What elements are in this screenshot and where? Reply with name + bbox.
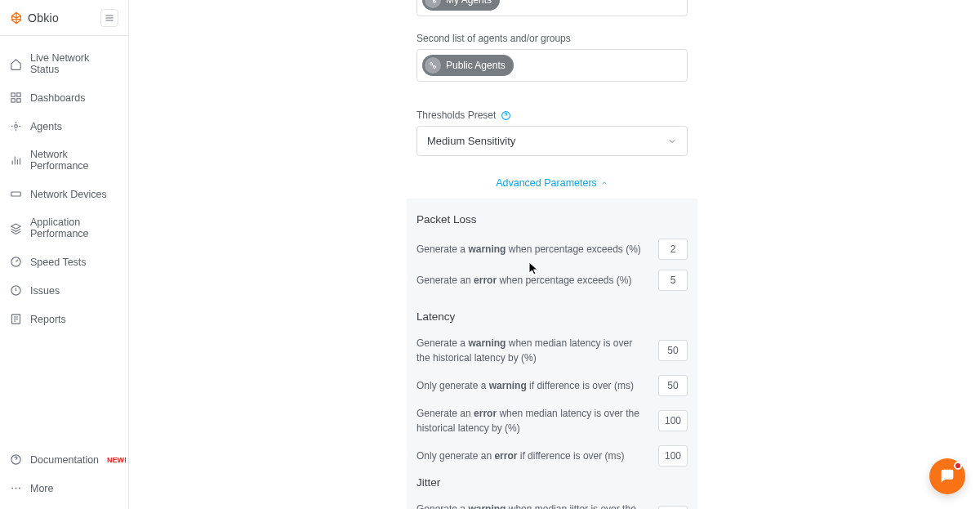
- advanced-parameters-toggle[interactable]: Advanced Parameters: [407, 164, 697, 199]
- nav-network-devices[interactable]: Network Devices: [0, 180, 128, 208]
- nav-label: Documentation: [30, 454, 99, 466]
- param-label: Generate a warning when percentage excee…: [416, 242, 648, 257]
- agent-group-chip[interactable]: Public Agents: [422, 55, 514, 76]
- nav-dashboards[interactable]: Dashboards: [0, 83, 128, 112]
- help-icon[interactable]: [501, 110, 511, 121]
- chevron-down-icon: [667, 136, 677, 146]
- advanced-parameters-section: Packet Loss Generate a warning when perc…: [407, 199, 697, 509]
- second-agents-field: Second list of agents and/or groups Publ…: [407, 25, 697, 90]
- svg-point-10: [11, 488, 13, 489]
- packet-loss-error-input[interactable]: [658, 270, 688, 291]
- svg-rect-0: [11, 93, 15, 96]
- nav-speed-tests[interactable]: Speed Tests: [0, 248, 128, 276]
- latency-error-diff-row: Only generate an error if difference is …: [416, 440, 688, 471]
- field-label: Second list of agents and/or groups: [416, 33, 688, 44]
- sidebar-collapse-button[interactable]: [100, 9, 118, 27]
- nav-documentation[interactable]: Documentation NEW!: [0, 445, 128, 474]
- svg-point-16: [434, 66, 436, 69]
- obkio-logo-icon: [10, 11, 23, 25]
- packet-loss-error-row: Generate an error when percentage exceed…: [416, 265, 688, 296]
- svg-point-4: [15, 125, 18, 128]
- second-agents-input[interactable]: Public Agents: [416, 49, 688, 82]
- latency-warning-diff-input[interactable]: [658, 375, 688, 396]
- latency-error-row: Generate an error when median latency is…: [416, 401, 688, 440]
- nav-network-performance[interactable]: Network Performance: [0, 141, 128, 180]
- report-icon: [10, 313, 22, 325]
- packet-loss-warning-row: Generate a warning when percentage excee…: [416, 234, 688, 265]
- param-label: Generate a warning when median latency i…: [416, 336, 648, 365]
- agents-icon: [10, 120, 22, 132]
- notification-dot-icon: [954, 462, 962, 470]
- new-badge: NEW!: [107, 456, 127, 464]
- jitter-title: Jitter: [416, 476, 688, 489]
- param-label: Generate an error when median latency is…: [416, 406, 648, 435]
- nav-agents[interactable]: Agents: [0, 112, 128, 141]
- chat-icon: [938, 467, 956, 485]
- first-agents-field: My Agents: [407, 0, 697, 25]
- packet-loss-title: Packet Loss: [416, 213, 688, 225]
- template-form-panel: My Agents Second list of agents and/or g…: [407, 0, 697, 509]
- group-icon: [425, 0, 441, 8]
- nav-application-performance[interactable]: Application Performance: [0, 208, 128, 248]
- main-content: My Agents Second list of agents and/or g…: [129, 0, 980, 509]
- param-label: Generate a warning when median jitter is…: [416, 502, 648, 509]
- brand-logo[interactable]: Obkio: [10, 11, 59, 25]
- latency-error-diff-input[interactable]: [658, 445, 688, 467]
- thresholds-field: Thresholds Preset Medium Sensitivity: [407, 101, 697, 164]
- nav-label: Application Performance: [30, 217, 118, 239]
- nav-label: Reports: [30, 314, 66, 325]
- advanced-link-text: Advanced Parameters: [496, 177, 597, 189]
- packet-loss-warning-input[interactable]: [658, 239, 688, 260]
- nav-label: Speed Tests: [30, 257, 87, 268]
- sidebar-header: Obkio: [0, 0, 128, 36]
- latency-warning-input[interactable]: [658, 340, 688, 361]
- group-icon: [425, 57, 441, 74]
- nav-more[interactable]: More: [0, 474, 128, 502]
- sidebar: Obkio Live Network Status Dashboards Age…: [0, 0, 129, 509]
- svg-rect-1: [17, 93, 20, 96]
- dots-icon: [10, 482, 22, 494]
- device-icon: [10, 188, 22, 200]
- nav-label: Issues: [30, 285, 60, 297]
- jitter-warning-input[interactable]: [658, 506, 688, 509]
- sidebar-bottom: Documentation NEW! More: [0, 445, 128, 509]
- gauge-icon: [10, 256, 22, 268]
- nav-label: Network Devices: [30, 189, 107, 200]
- agent-group-chip[interactable]: My Agents: [422, 0, 500, 11]
- nav-live-network-status[interactable]: Live Network Status: [0, 44, 128, 83]
- jitter-warning-row: Generate a warning when median jitter is…: [416, 497, 688, 509]
- dashboard-icon: [10, 92, 22, 104]
- thresholds-select[interactable]: Medium Sensitivity: [416, 126, 688, 156]
- brand-name: Obkio: [28, 11, 59, 25]
- nav-list: Live Network Status Dashboards Agents Ne…: [0, 36, 128, 342]
- nav-label: Dashboards: [30, 92, 85, 104]
- nav-issues[interactable]: Issues: [0, 276, 128, 305]
- svg-rect-3: [17, 99, 20, 102]
- layers-icon: [10, 222, 22, 234]
- nav-label: Live Network Status: [30, 52, 118, 75]
- param-label: Generate an error when percentage exceed…: [416, 273, 648, 288]
- svg-point-15: [430, 63, 433, 65]
- field-label: Thresholds Preset: [416, 109, 688, 121]
- first-agents-input[interactable]: My Agents: [416, 0, 688, 16]
- svg-rect-5: [11, 192, 20, 196]
- param-label: Only generate an error if difference is …: [416, 449, 648, 463]
- svg-rect-2: [11, 99, 15, 102]
- svg-point-14: [434, 1, 436, 3]
- param-label: Only generate a warning if difference is…: [416, 378, 648, 393]
- chip-label: Public Agents: [446, 60, 506, 71]
- nav-label: Agents: [30, 121, 62, 132]
- svg-point-11: [16, 488, 17, 489]
- thresholds-label-text: Thresholds Preset: [416, 109, 496, 121]
- nav-label: Network Performance: [30, 149, 118, 172]
- latency-error-input[interactable]: [658, 410, 688, 431]
- help-icon: [10, 453, 22, 466]
- latency-warning-diff-row: Only generate a warning if difference is…: [416, 370, 688, 401]
- chat-support-button[interactable]: [929, 458, 965, 494]
- nav-label: More: [30, 483, 53, 494]
- latency-warning-row: Generate a warning when median latency i…: [416, 331, 688, 370]
- alert-icon: [10, 284, 22, 297]
- chevron-up-icon: [600, 179, 608, 187]
- nav-reports[interactable]: Reports: [0, 305, 128, 333]
- latency-title: Latency: [416, 310, 688, 323]
